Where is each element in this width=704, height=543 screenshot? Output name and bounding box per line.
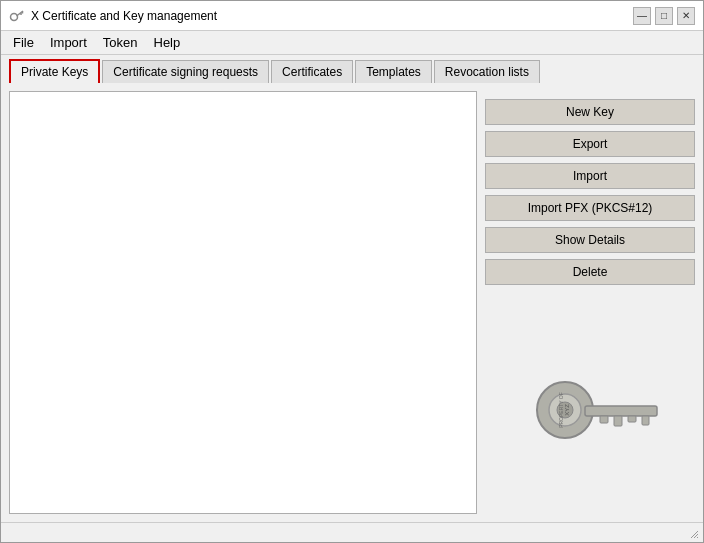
- app-icon: [9, 8, 25, 24]
- new-key-button[interactable]: New Key: [485, 99, 695, 125]
- svg-rect-7: [585, 406, 657, 416]
- list-panel[interactable]: [9, 91, 477, 514]
- menubar: File Import Token Help: [1, 31, 703, 55]
- tabs-bar: Private Keys Certificate signing request…: [1, 55, 703, 83]
- window-title: X Certificate and Key management: [31, 9, 217, 23]
- maximize-button[interactable]: □: [655, 7, 673, 25]
- export-button[interactable]: Export: [485, 131, 695, 157]
- menu-help[interactable]: Help: [146, 33, 189, 52]
- minimize-button[interactable]: —: [633, 7, 651, 25]
- svg-rect-9: [614, 416, 622, 426]
- import-button[interactable]: Import: [485, 163, 695, 189]
- resize-grip[interactable]: [687, 527, 699, 539]
- svg-rect-8: [600, 416, 608, 423]
- show-details-button[interactable]: Show Details: [485, 227, 695, 253]
- title-bar-left: X Certificate and Key management: [9, 8, 217, 24]
- menu-file[interactable]: File: [5, 33, 42, 52]
- tab-certificates[interactable]: Certificates: [271, 60, 353, 83]
- menu-token[interactable]: Token: [95, 33, 146, 52]
- statusbar: [1, 522, 703, 542]
- tab-revocation-lists[interactable]: Revocation lists: [434, 60, 540, 83]
- title-bar-controls: — □ ✕: [633, 7, 695, 25]
- title-bar: X Certificate and Key management — □ ✕: [1, 1, 703, 31]
- key-image-area: PROPERTY OF XYZ: [485, 301, 695, 514]
- tab-private-keys[interactable]: Private Keys: [9, 59, 100, 83]
- svg-text:XYZ: XYZ: [564, 403, 570, 415]
- svg-rect-11: [642, 416, 649, 425]
- menu-import[interactable]: Import: [42, 33, 95, 52]
- svg-rect-10: [628, 416, 636, 422]
- delete-button[interactable]: Delete: [485, 259, 695, 285]
- main-window: X Certificate and Key management — □ ✕ F…: [0, 0, 704, 543]
- action-buttons: New Key Export Import Import PFX (PKCS#1…: [485, 91, 695, 293]
- right-panel: New Key Export Import Import PFX (PKCS#1…: [485, 91, 695, 514]
- import-pfx-button[interactable]: Import PFX (PKCS#12): [485, 195, 695, 221]
- svg-line-16: [697, 537, 698, 538]
- tab-csr[interactable]: Certificate signing requests: [102, 60, 269, 83]
- close-button[interactable]: ✕: [677, 7, 695, 25]
- svg-point-0: [11, 13, 18, 20]
- key-icon-large: PROPERTY OF XYZ: [510, 358, 670, 458]
- main-content: New Key Export Import Import PFX (PKCS#1…: [1, 83, 703, 522]
- tab-templates[interactable]: Templates: [355, 60, 432, 83]
